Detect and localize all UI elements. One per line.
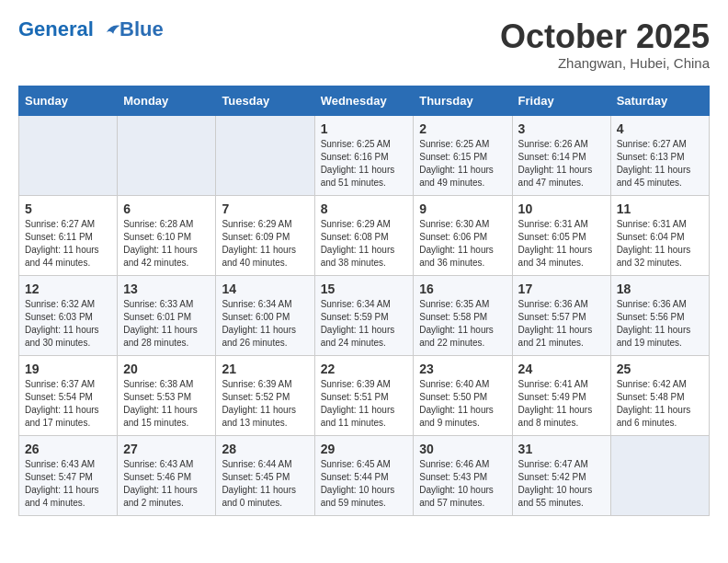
- day-info: Sunrise: 6:43 AM Sunset: 5:47 PM Dayligh…: [25, 458, 111, 510]
- day-info: Sunrise: 6:36 AM Sunset: 5:56 PM Dayligh…: [617, 298, 703, 350]
- day-info: Sunrise: 6:30 AM Sunset: 6:06 PM Dayligh…: [419, 218, 506, 270]
- weekday-header-cell: Monday: [118, 86, 216, 115]
- day-number: 25: [617, 362, 703, 376]
- logo-bird-icon: [101, 20, 121, 40]
- calendar-day-cell: 10Sunrise: 6:31 AM Sunset: 6:05 PM Dayli…: [512, 195, 610, 275]
- calendar-day-cell: 27Sunrise: 6:43 AM Sunset: 5:46 PM Dayli…: [118, 435, 216, 515]
- calendar-day-cell: 11Sunrise: 6:31 AM Sunset: 6:04 PM Dayli…: [610, 195, 709, 275]
- day-number: 30: [419, 442, 506, 456]
- day-number: 10: [518, 201, 605, 216]
- day-number: 14: [222, 282, 308, 296]
- calendar-day-cell: 23Sunrise: 6:40 AM Sunset: 5:50 PM Dayli…: [414, 355, 512, 435]
- day-info: Sunrise: 6:37 AM Sunset: 5:54 PM Dayligh…: [25, 378, 111, 430]
- weekday-header-cell: Sunday: [19, 86, 118, 115]
- title-block: October 2025 Zhangwan, Hubei, China: [500, 18, 710, 71]
- day-number: 21: [222, 362, 308, 376]
- day-number: 22: [321, 362, 408, 376]
- day-info: Sunrise: 6:31 AM Sunset: 6:04 PM Dayligh…: [617, 218, 703, 270]
- calendar-day-cell: 25Sunrise: 6:42 AM Sunset: 5:48 PM Dayli…: [610, 355, 709, 435]
- calendar-week-row: 19Sunrise: 6:37 AM Sunset: 5:54 PM Dayli…: [19, 355, 710, 435]
- day-number: 31: [518, 442, 605, 456]
- calendar-week-row: 1Sunrise: 6:25 AM Sunset: 6:16 PM Daylig…: [19, 115, 710, 195]
- day-number: 8: [321, 201, 408, 216]
- day-info: Sunrise: 6:26 AM Sunset: 6:14 PM Dayligh…: [518, 138, 605, 190]
- day-info: Sunrise: 6:39 AM Sunset: 5:51 PM Dayligh…: [321, 378, 408, 430]
- logo-text: General: [18, 18, 121, 40]
- weekday-header-cell: Saturday: [610, 86, 709, 115]
- calendar-week-row: 26Sunrise: 6:43 AM Sunset: 5:47 PM Dayli…: [19, 435, 710, 515]
- calendar-day-cell: 13Sunrise: 6:33 AM Sunset: 6:01 PM Dayli…: [118, 275, 216, 355]
- day-number: 9: [419, 201, 506, 216]
- calendar-day-cell: 9Sunrise: 6:30 AM Sunset: 6:06 PM Daylig…: [414, 195, 512, 275]
- day-info: Sunrise: 6:32 AM Sunset: 6:03 PM Dayligh…: [25, 298, 111, 350]
- logo: General Blue: [18, 18, 164, 40]
- day-info: Sunrise: 6:29 AM Sunset: 6:09 PM Dayligh…: [222, 218, 308, 270]
- day-info: Sunrise: 6:40 AM Sunset: 5:50 PM Dayligh…: [419, 378, 506, 430]
- calendar-day-cell: 14Sunrise: 6:34 AM Sunset: 6:00 PM Dayli…: [216, 275, 314, 355]
- calendar-day-cell: 28Sunrise: 6:44 AM Sunset: 5:45 PM Dayli…: [216, 435, 314, 515]
- day-info: Sunrise: 6:31 AM Sunset: 6:05 PM Dayligh…: [518, 218, 605, 270]
- calendar-day-cell: 5Sunrise: 6:27 AM Sunset: 6:11 PM Daylig…: [19, 195, 118, 275]
- day-info: Sunrise: 6:27 AM Sunset: 6:13 PM Dayligh…: [617, 138, 703, 190]
- day-number: 16: [419, 282, 506, 296]
- calendar-day-cell: [216, 115, 314, 195]
- calendar-day-cell: 19Sunrise: 6:37 AM Sunset: 5:54 PM Dayli…: [19, 355, 118, 435]
- day-number: 28: [222, 442, 308, 456]
- day-number: 6: [123, 201, 210, 216]
- day-number: 11: [617, 201, 703, 216]
- calendar-table: SundayMondayTuesdayWednesdayThursdayFrid…: [18, 86, 710, 516]
- day-info: Sunrise: 6:36 AM Sunset: 5:57 PM Dayligh…: [518, 298, 605, 350]
- calendar-day-cell: 21Sunrise: 6:39 AM Sunset: 5:52 PM Dayli…: [216, 355, 314, 435]
- logo-blue: Blue: [119, 18, 164, 40]
- weekday-header-row: SundayMondayTuesdayWednesdayThursdayFrid…: [19, 86, 710, 115]
- calendar-day-cell: 6Sunrise: 6:28 AM Sunset: 6:10 PM Daylig…: [118, 195, 216, 275]
- day-info: Sunrise: 6:34 AM Sunset: 6:00 PM Dayligh…: [222, 298, 308, 350]
- day-number: 20: [123, 362, 210, 376]
- day-number: 17: [518, 282, 605, 296]
- day-info: Sunrise: 6:34 AM Sunset: 5:59 PM Dayligh…: [321, 298, 408, 350]
- day-number: 15: [321, 282, 408, 296]
- calendar-day-cell: 18Sunrise: 6:36 AM Sunset: 5:56 PM Dayli…: [610, 275, 709, 355]
- calendar-body: 1Sunrise: 6:25 AM Sunset: 6:16 PM Daylig…: [19, 115, 710, 515]
- calendar-day-cell: 12Sunrise: 6:32 AM Sunset: 6:03 PM Dayli…: [19, 275, 118, 355]
- calendar-week-row: 5Sunrise: 6:27 AM Sunset: 6:11 PM Daylig…: [19, 195, 710, 275]
- calendar-day-cell: 29Sunrise: 6:45 AM Sunset: 5:44 PM Dayli…: [314, 435, 414, 515]
- calendar-day-cell: 8Sunrise: 6:29 AM Sunset: 6:08 PM Daylig…: [314, 195, 414, 275]
- day-info: Sunrise: 6:43 AM Sunset: 5:46 PM Dayligh…: [123, 458, 210, 510]
- day-info: Sunrise: 6:46 AM Sunset: 5:43 PM Dayligh…: [419, 458, 506, 510]
- day-info: Sunrise: 6:35 AM Sunset: 5:58 PM Dayligh…: [419, 298, 506, 350]
- day-number: 4: [617, 121, 703, 136]
- day-info: Sunrise: 6:44 AM Sunset: 5:45 PM Dayligh…: [222, 458, 308, 510]
- day-number: 26: [25, 442, 111, 456]
- weekday-header-cell: Thursday: [414, 86, 512, 115]
- calendar-day-cell: 17Sunrise: 6:36 AM Sunset: 5:57 PM Dayli…: [512, 275, 610, 355]
- month-title: October 2025: [500, 18, 710, 55]
- day-info: Sunrise: 6:29 AM Sunset: 6:08 PM Dayligh…: [321, 218, 408, 270]
- weekday-header-cell: Friday: [512, 86, 610, 115]
- page-header: General Blue October 2025 Zhangwan, Hube…: [18, 18, 710, 71]
- day-number: 19: [25, 362, 111, 376]
- day-info: Sunrise: 6:39 AM Sunset: 5:52 PM Dayligh…: [222, 378, 308, 430]
- calendar-day-cell: 1Sunrise: 6:25 AM Sunset: 6:16 PM Daylig…: [314, 115, 414, 195]
- day-number: 27: [123, 442, 210, 456]
- day-info: Sunrise: 6:27 AM Sunset: 6:11 PM Dayligh…: [25, 218, 111, 270]
- weekday-header-cell: Wednesday: [314, 86, 414, 115]
- calendar-day-cell: [118, 115, 216, 195]
- day-number: 7: [222, 201, 308, 216]
- calendar-day-cell: 24Sunrise: 6:41 AM Sunset: 5:49 PM Dayli…: [512, 355, 610, 435]
- day-info: Sunrise: 6:45 AM Sunset: 5:44 PM Dayligh…: [321, 458, 408, 510]
- day-number: 29: [321, 442, 408, 456]
- calendar-day-cell: 20Sunrise: 6:38 AM Sunset: 5:53 PM Dayli…: [118, 355, 216, 435]
- day-info: Sunrise: 6:33 AM Sunset: 6:01 PM Dayligh…: [123, 298, 210, 350]
- day-info: Sunrise: 6:25 AM Sunset: 6:15 PM Dayligh…: [419, 138, 506, 190]
- location-subtitle: Zhangwan, Hubei, China: [500, 55, 710, 71]
- calendar-day-cell: 2Sunrise: 6:25 AM Sunset: 6:15 PM Daylig…: [414, 115, 512, 195]
- calendar-day-cell: 4Sunrise: 6:27 AM Sunset: 6:13 PM Daylig…: [610, 115, 709, 195]
- calendar-day-cell: [19, 115, 118, 195]
- day-number: 5: [25, 201, 111, 216]
- calendar-day-cell: 22Sunrise: 6:39 AM Sunset: 5:51 PM Dayli…: [314, 355, 414, 435]
- day-info: Sunrise: 6:41 AM Sunset: 5:49 PM Dayligh…: [518, 378, 605, 430]
- calendar-day-cell: 16Sunrise: 6:35 AM Sunset: 5:58 PM Dayli…: [414, 275, 512, 355]
- weekday-header-cell: Tuesday: [216, 86, 314, 115]
- calendar-day-cell: [610, 435, 709, 515]
